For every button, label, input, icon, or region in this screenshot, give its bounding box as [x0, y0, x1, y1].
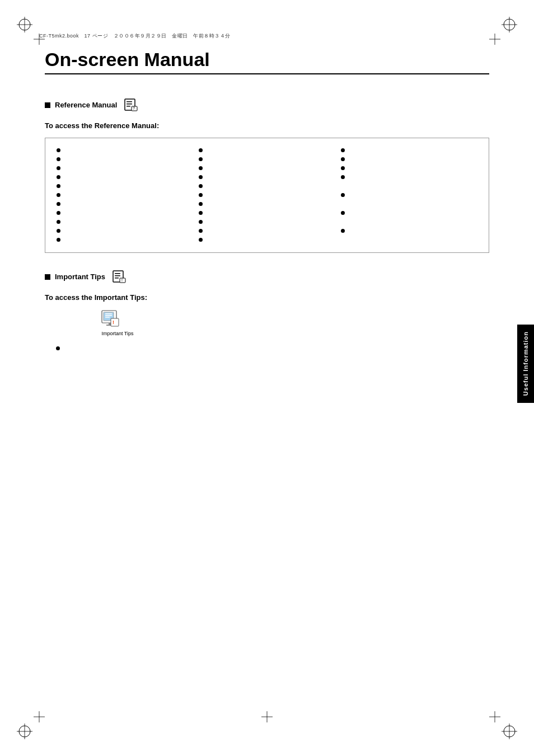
cross-mark-br: [489, 711, 500, 722]
bullet-dot: [341, 148, 345, 152]
bullet-dot: [199, 166, 203, 170]
bullet-item: [341, 146, 477, 155]
bullet-dot: [199, 211, 203, 215]
svg-text:!: !: [113, 320, 114, 325]
reference-manual-icon: ?: [124, 98, 139, 111]
svg-rect-23: [127, 101, 132, 102]
bullet-col-2: [199, 146, 335, 245]
bullet-item: [199, 164, 335, 173]
important-tips-icon: !: [112, 270, 128, 283]
side-tab-label: Useful Information: [522, 331, 529, 396]
svg-rect-24: [127, 104, 132, 105]
bullet-item: [199, 200, 335, 209]
bullet-dot: [199, 238, 203, 242]
bullet-dot: [341, 157, 345, 161]
bullet-col-3: [341, 146, 477, 245]
bullet-item: [341, 191, 477, 200]
content-area: Reference Manual ? To access the Referen…: [45, 98, 489, 350]
bullet-item: [199, 173, 335, 182]
header-file-info: CF-T5mk2.book 17 ページ ２００６年９月２９日 金曜日 午前８時…: [39, 32, 231, 40]
bullet-dot: [57, 157, 60, 161]
bullet-item: [199, 182, 335, 191]
bullet-item: [57, 173, 193, 182]
bullet-dot: [199, 175, 203, 179]
svg-rect-36: [105, 313, 112, 314]
bullet-dot: [57, 166, 60, 170]
access-reference-heading: To access the Reference Manual:: [45, 121, 489, 130]
bullet-item: [199, 155, 335, 164]
bullet-item: [199, 209, 335, 218]
reference-manual-section-heading: Reference Manual ?: [45, 98, 489, 111]
bullet-item: [199, 236, 335, 245]
bullet-dot: [341, 229, 345, 233]
bullet-dot: [57, 211, 60, 215]
page-title-area: On-screen Manual: [45, 49, 489, 74]
bullet-dot: [199, 193, 203, 197]
bullet-dot: [57, 229, 60, 233]
bullet-dot: [56, 346, 60, 350]
bullet-dot: [199, 202, 203, 206]
bullet-dot: [199, 148, 203, 152]
access-tips-heading: To access the Important Tips:: [45, 293, 489, 302]
bullet-col-1: [57, 146, 193, 245]
bullet-item: [57, 236, 193, 245]
bullet-dot: [57, 202, 60, 206]
bullet-dot: [199, 220, 203, 224]
page-wrapper: CF-T5mk2.book 17 ページ ２００６年９月２９日 金曜日 午前８時…: [0, 0, 534, 756]
bullet-item: [57, 209, 193, 218]
bullet-dot: [57, 175, 60, 179]
svg-text:!: !: [121, 278, 123, 282]
bullet-dot: [57, 148, 60, 152]
tips-desktop-icon: !: [101, 309, 123, 330]
bullet-dot: [199, 157, 203, 161]
bullet-dot: [199, 184, 203, 188]
bullet-item-spacer: [341, 218, 477, 227]
bullet-item-spacer: [341, 200, 477, 209]
bullet-dot: [341, 211, 345, 215]
svg-rect-31: [115, 278, 119, 279]
bullet-item-spacer: [341, 182, 477, 191]
section-square-icon: [45, 102, 50, 108]
bullet-item: [341, 209, 477, 218]
svg-rect-29: [115, 273, 120, 274]
svg-rect-30: [115, 275, 120, 276]
reference-manual-content-box: [45, 138, 489, 253]
bullet-dot: [199, 229, 203, 233]
important-tips-section: Important Tips ! To access the Important…: [45, 270, 489, 350]
bullet-item: [341, 227, 477, 236]
bullet-item: [57, 164, 193, 173]
reference-manual-heading: Reference Manual: [55, 101, 117, 109]
bullet-item: [57, 200, 193, 209]
bullet-item: [57, 227, 193, 236]
svg-rect-25: [127, 106, 130, 107]
reg-mark-br: [502, 724, 517, 739]
header-bar: CF-T5mk2.book 17 ページ ２００６年９月２９日 金曜日 午前８時…: [39, 31, 495, 41]
svg-rect-32: [120, 278, 125, 283]
svg-rect-38: [105, 317, 110, 318]
bullet-item: [57, 218, 193, 227]
reg-mark-tl: [17, 17, 32, 32]
bullet-dot: [57, 238, 60, 242]
bullet-dot: [341, 166, 345, 170]
tips-icon-label: Important Tips: [101, 331, 134, 336]
bullet-item: [57, 146, 193, 155]
bullet-item: [199, 227, 335, 236]
bullet-dot: [57, 184, 60, 188]
bullet-item: [341, 155, 477, 164]
cross-mark-bc: [261, 711, 273, 722]
cross-mark-bl: [34, 711, 45, 722]
svg-text:?: ?: [133, 106, 135, 110]
bullet-item: [341, 173, 477, 182]
bullet-item: [341, 164, 477, 173]
important-tips-heading-area: Important Tips !: [45, 270, 489, 283]
section-square-icon-tips: [45, 274, 50, 280]
bullet-dot: [57, 193, 60, 197]
bullet-item: [57, 191, 193, 200]
side-tab: Useful Information: [517, 325, 534, 403]
bullet-item: [57, 155, 193, 164]
bullet-dot: [57, 220, 60, 224]
bullet-columns: [57, 146, 477, 245]
bullet-dot: [341, 193, 345, 197]
bullet-item: [57, 182, 193, 191]
tips-icon-area: ! Important Tips: [101, 309, 489, 336]
